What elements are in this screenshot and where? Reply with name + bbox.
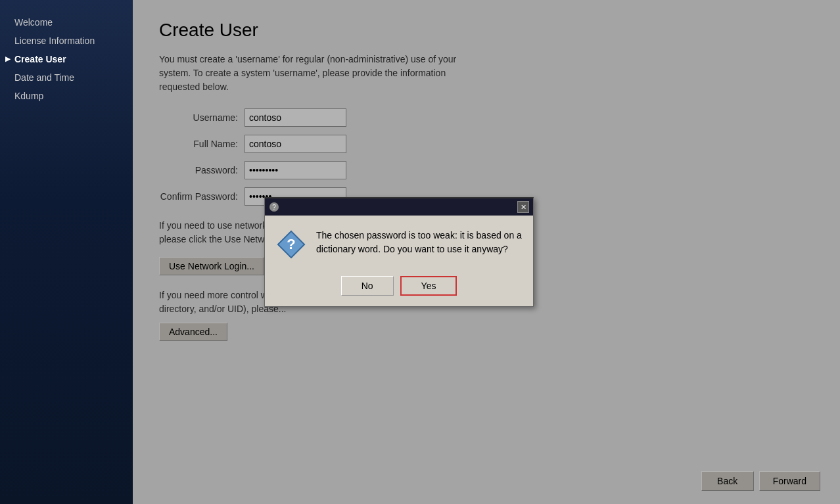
modal-overlay: ? ✕ ? The chosen password is too weak: i… xyxy=(133,0,840,504)
svg-text:?: ? xyxy=(272,204,276,211)
titlebar-left: ? xyxy=(269,202,283,212)
dialog-warning-icon: ? xyxy=(275,229,307,260)
dialog-title-icon: ? xyxy=(269,202,279,212)
sidebar-item-date-time[interactable]: Date and Time xyxy=(0,68,133,87)
sidebar-item-kdump[interactable]: Kdump xyxy=(0,87,133,105)
dialog-no-button[interactable]: No xyxy=(341,276,394,296)
sidebar-item-license[interactable]: License Information xyxy=(0,32,133,50)
sidebar-item-create-user[interactable]: Create User xyxy=(0,50,133,68)
dialog-close-button[interactable]: ✕ xyxy=(517,201,529,213)
weak-password-dialog: ? ✕ ? The chosen password is too weak: i… xyxy=(264,197,534,307)
dialog-body: ? The chosen password is too weak: it is… xyxy=(265,216,533,271)
dialog-titlebar: ? ✕ xyxy=(265,198,533,216)
dialog-buttons: No Yes xyxy=(265,271,533,306)
sidebar: Welcome License Information Create User … xyxy=(0,0,133,504)
dialog-message: The chosen password is too weak: it is b… xyxy=(316,229,523,256)
main-content: Create User You must create a 'username'… xyxy=(133,0,840,504)
warning-icon-svg: ? xyxy=(277,230,306,259)
svg-text:?: ? xyxy=(287,236,295,252)
dialog-yes-button[interactable]: Yes xyxy=(400,276,457,296)
sidebar-item-welcome[interactable]: Welcome xyxy=(0,13,133,32)
